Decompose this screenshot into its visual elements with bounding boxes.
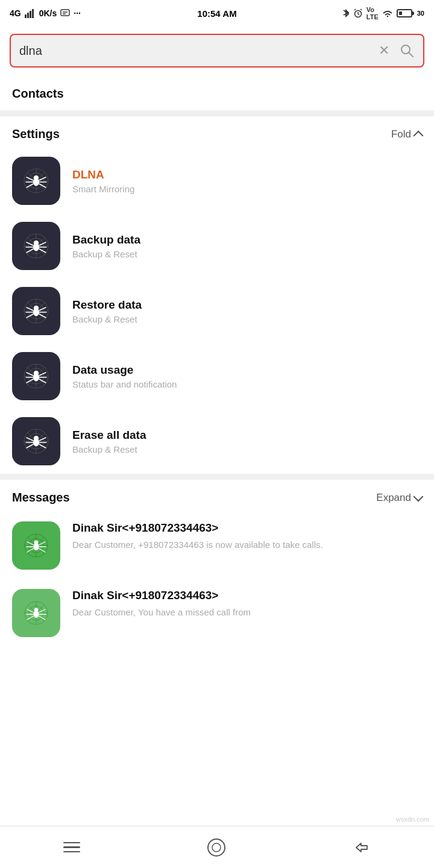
spider-icon-eraseall [20, 426, 52, 457]
settings-item-restore[interactable]: Restore data Backup & Reset [0, 278, 434, 344]
search-bar[interactable]: dlna ✕ [10, 34, 424, 68]
dlna-app-icon [12, 157, 60, 205]
datausage-subtitle: Status bar and notification [72, 379, 177, 389]
svg-line-83 [27, 438, 33, 441]
settings-item-eraseall[interactable]: Erase all data Backup & Reset [0, 409, 434, 474]
backup-subtitle: Backup & Reset [72, 249, 140, 259]
datausage-item-text: Data usage Status bar and notification [72, 363, 177, 389]
messages-section-title: Messages [12, 491, 70, 505]
backup-app-icon [12, 222, 60, 270]
settings-item-datausage[interactable]: Data usage Status bar and notification [0, 344, 434, 409]
hamburger-icon [63, 842, 80, 853]
datausage-app-icon [12, 352, 60, 400]
svg-point-37 [34, 241, 39, 245]
restore-item-text: Restore data Backup & Reset [72, 298, 142, 324]
svg-point-82 [34, 436, 39, 441]
search-container: dlna ✕ [0, 27, 434, 75]
settings-section-title: Settings [12, 127, 60, 141]
contacts-section: Contacts [0, 75, 434, 110]
home-icon [207, 838, 225, 857]
msg-preview-1: Dear Customer, +918072334463 is now avai… [72, 538, 422, 551]
eraseall-title: Erase all data [72, 429, 146, 442]
expand-button[interactable]: Expand [376, 492, 422, 504]
svg-rect-3 [32, 9, 34, 18]
fold-button[interactable]: Fold [391, 128, 422, 140]
expand-label: Expand [376, 492, 411, 504]
hamburger-line-1 [63, 842, 80, 844]
nav-menu-button[interactable] [63, 842, 80, 853]
svg-rect-1 [27, 13, 29, 18]
msg-sender-2: Dinak Sir<+918072334463> [72, 589, 422, 602]
nav-home-button[interactable] [207, 838, 225, 857]
eraseall-app-icon [12, 417, 60, 465]
svg-point-22 [34, 175, 39, 180]
dlna-subtitle: Smart Mirroring [72, 184, 134, 194]
settings-section: Settings Fold [0, 116, 434, 474]
message-icon [60, 9, 70, 17]
search-input[interactable]: dlna [19, 44, 379, 58]
fold-label: Fold [391, 128, 411, 140]
battery-level: 30 [417, 10, 424, 17]
settings-item-backup[interactable]: Backup data Backup & Reset [0, 213, 434, 278]
spider-icon-dlna [20, 165, 52, 197]
svg-rect-0 [25, 14, 27, 18]
msg-preview-2: Dear Customer, You have a missed call fr… [72, 606, 422, 618]
data-speed: 0K/s [39, 8, 57, 18]
nav-back-button[interactable] [353, 841, 371, 854]
settings-header: Settings Fold [0, 116, 434, 148]
home-svg [211, 842, 222, 853]
dlna-title: DLNA [72, 168, 134, 181]
status-left: 4G 0K/s ··· [10, 8, 81, 18]
watermark: wsxdn.com [396, 816, 429, 823]
signal-bars-icon [25, 8, 36, 18]
hamburger-line-2 [63, 846, 80, 848]
spider-icon-restore [20, 295, 52, 327]
settings-item-dlna[interactable]: DLNA Smart Mirroring [0, 148, 434, 213]
svg-point-112 [34, 608, 39, 612]
battery-icon [397, 9, 412, 17]
svg-line-11 [360, 9, 362, 10]
clear-search-icon[interactable]: ✕ [379, 43, 389, 58]
msg-avatar-spider-1 [21, 530, 51, 561]
svg-line-98 [27, 542, 34, 545]
svg-line-86 [39, 438, 46, 441]
svg-line-23 [27, 177, 33, 180]
messages-section: Messages Expand [0, 480, 434, 647]
msg-text-2: Dinak Sir<+918072334463> Dear Customer, … [72, 589, 422, 618]
bluetooth-icon [342, 8, 350, 19]
msg-avatar-1 [12, 521, 60, 570]
svg-line-68 [27, 373, 33, 376]
svg-line-116 [39, 609, 46, 612]
back-icon [353, 841, 371, 854]
chevron-up-icon [414, 130, 424, 140]
svg-point-67 [34, 371, 39, 376]
search-icon[interactable] [399, 43, 415, 58]
signal-label: 4G [10, 8, 21, 18]
divider-2 [0, 474, 434, 480]
volte-icon: VoLTE [366, 6, 379, 20]
contacts-section-title: Contacts [12, 87, 64, 100]
bottom-nav [0, 826, 434, 868]
svg-rect-4 [61, 10, 69, 16]
svg-line-26 [39, 177, 46, 180]
restore-app-icon [12, 287, 60, 335]
svg-point-97 [34, 541, 39, 545]
divider-1 [0, 110, 434, 116]
message-item-1[interactable]: Dinak Sir<+918072334463> Dear Customer, … [0, 512, 434, 579]
spider-icon-backup [20, 230, 52, 262]
message-item-2[interactable]: Dinak Sir<+918072334463> Dear Customer, … [0, 579, 434, 647]
eraseall-item-text: Erase all data Backup & Reset [72, 429, 146, 454]
svg-line-101 [39, 542, 46, 545]
svg-line-13 [409, 53, 414, 57]
eraseall-subtitle: Backup & Reset [72, 444, 146, 454]
msg-text-1: Dinak Sir<+918072334463> Dear Customer, … [72, 521, 422, 551]
svg-line-9 [358, 14, 359, 15]
restore-subtitle: Backup & Reset [72, 314, 142, 324]
dots-label: ··· [74, 8, 81, 18]
restore-title: Restore data [72, 298, 142, 312]
svg-line-53 [27, 307, 33, 310]
status-right: VoLTE 30 [342, 6, 424, 20]
backup-title: Backup data [72, 233, 140, 247]
alarm-icon [353, 8, 363, 18]
messages-header: Messages Expand [0, 480, 434, 512]
